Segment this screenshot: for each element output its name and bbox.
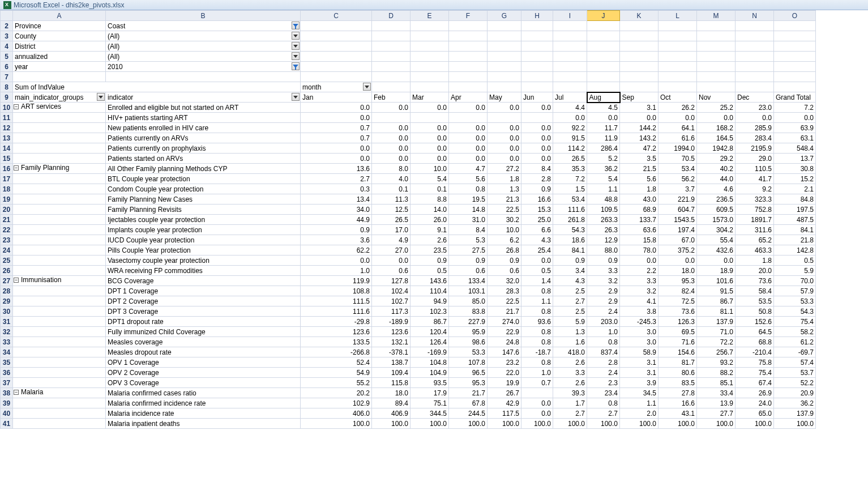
data-cell[interactable]: 7.2 xyxy=(553,174,587,184)
data-cell[interactable]: 19.5 xyxy=(449,194,488,205)
data-cell[interactable]: 0.0 xyxy=(372,154,411,164)
data-cell[interactable]: 244.5 xyxy=(449,408,488,419)
row-header[interactable]: 14 xyxy=(1,143,13,154)
data-cell[interactable]: 67.0 xyxy=(659,235,697,245)
data-cell[interactable]: 64.5 xyxy=(736,327,774,337)
data-cell[interactable]: 25.2 xyxy=(697,103,736,113)
data-cell[interactable]: 75.4 xyxy=(774,317,816,327)
data-cell[interactable]: 75.1 xyxy=(411,398,449,408)
data-cell[interactable]: 34.5 xyxy=(620,388,659,398)
data-cell[interactable]: 1.7 xyxy=(553,398,587,408)
month-header[interactable]: Feb xyxy=(372,92,411,103)
data-cell[interactable]: 48.8 xyxy=(587,194,620,205)
row-header[interactable]: 18 xyxy=(1,184,13,194)
data-cell[interactable]: 23.5 xyxy=(411,245,449,255)
data-cell[interactable]: 0.0 xyxy=(488,123,521,133)
data-cell[interactable]: 12.5 xyxy=(372,205,411,215)
data-cell[interactable]: 31.0 xyxy=(449,215,488,225)
data-cell[interactable]: 3.6 xyxy=(301,235,372,245)
indicator-cell[interactable]: Ijectables couple year protection xyxy=(106,215,301,225)
data-cell[interactable]: 256.7 xyxy=(697,347,736,357)
column-header-I[interactable]: I xyxy=(553,11,587,21)
data-cell[interactable]: 0.0 xyxy=(659,255,697,266)
data-cell[interactable]: 2.4 xyxy=(587,368,620,378)
data-cell[interactable]: 62.2 xyxy=(301,245,372,255)
data-cell[interactable]: 107.8 xyxy=(449,357,488,368)
data-cell[interactable]: 86.7 xyxy=(697,296,736,306)
indicator-cell[interactable]: OPV 1 Coverage xyxy=(106,357,301,368)
column-header-M[interactable]: M xyxy=(697,11,736,21)
data-cell[interactable]: 14.8 xyxy=(449,205,488,215)
data-cell[interactable]: 55.2 xyxy=(301,378,372,388)
data-cell[interactable]: 43.0 xyxy=(620,194,659,205)
data-cell[interactable]: 2.0 xyxy=(620,408,659,419)
data-cell[interactable]: 0.0 xyxy=(521,143,553,154)
data-cell[interactable]: 152.6 xyxy=(736,317,774,327)
month-header[interactable]: Apr xyxy=(449,92,488,103)
pivot-row-field-groups[interactable]: main_indicator_groups xyxy=(13,92,106,103)
data-cell[interactable]: 58.9 xyxy=(620,347,659,357)
data-cell[interactable]: 23.0 xyxy=(736,103,774,113)
data-cell[interactable]: 75.8 xyxy=(736,357,774,368)
data-cell[interactable]: 22.5 xyxy=(488,205,521,215)
data-cell[interactable]: 23.2 xyxy=(488,357,521,368)
data-cell[interactable]: 1.0 xyxy=(521,368,553,378)
data-cell[interactable]: 63.6 xyxy=(620,225,659,235)
data-cell[interactable]: 69.5 xyxy=(659,327,697,337)
indicator-cell[interactable]: Patients started on ARVs xyxy=(106,154,301,164)
data-cell[interactable]: 14.0 xyxy=(411,205,449,215)
data-cell[interactable]: 3.3 xyxy=(553,368,587,378)
data-cell[interactable]: 84.8 xyxy=(774,194,816,205)
row-header[interactable]: 30 xyxy=(1,306,13,317)
data-cell[interactable]: 57.9 xyxy=(774,286,816,296)
data-cell[interactable]: 0.9 xyxy=(553,255,587,266)
collapse-icon[interactable]: − xyxy=(14,165,19,171)
data-cell[interactable]: 137.9 xyxy=(697,317,736,327)
data-cell[interactable]: 28.3 xyxy=(488,286,521,296)
data-cell[interactable]: 133.7 xyxy=(620,215,659,225)
data-cell[interactable]: 4.5 xyxy=(587,103,620,113)
indicator-cell[interactable]: Family Planning New Cases xyxy=(106,194,301,205)
data-cell[interactable]: 2.7 xyxy=(301,174,372,184)
data-cell[interactable]: 111.6 xyxy=(301,306,372,317)
data-cell[interactable]: 236.5 xyxy=(697,194,736,205)
data-cell[interactable]: 24.8 xyxy=(488,337,521,347)
data-cell[interactable]: 53.4 xyxy=(659,164,697,174)
data-cell[interactable]: 102.7 xyxy=(372,296,411,306)
data-cell[interactable]: 13.9 xyxy=(697,398,736,408)
column-header-L[interactable]: L xyxy=(659,11,697,21)
indicator-cell[interactable]: Enrolled and eligible but not started on… xyxy=(106,103,301,113)
data-cell[interactable]: 11.7 xyxy=(587,123,620,133)
data-cell[interactable]: 101.6 xyxy=(697,276,736,286)
data-cell[interactable]: 2.8 xyxy=(587,357,620,368)
dropdown-icon[interactable] xyxy=(292,93,300,101)
data-cell[interactable]: -29.8 xyxy=(301,317,372,327)
data-cell[interactable]: 261.8 xyxy=(553,215,587,225)
data-cell[interactable]: 103.1 xyxy=(449,286,488,296)
data-cell[interactable]: 84.1 xyxy=(774,225,816,235)
month-header[interactable]: Dec xyxy=(736,92,774,103)
data-cell[interactable]: 26.8 xyxy=(488,245,521,255)
data-cell[interactable]: 0.0 xyxy=(521,103,553,113)
data-cell[interactable]: 21.7 xyxy=(449,388,488,398)
data-cell[interactable]: 144.2 xyxy=(620,123,659,133)
filter-dropdown-icon[interactable] xyxy=(292,22,300,29)
column-header-K[interactable]: K xyxy=(620,11,659,21)
data-cell[interactable]: 21.5 xyxy=(620,164,659,174)
data-cell[interactable]: 50.8 xyxy=(736,306,774,317)
data-cell[interactable]: 16.6 xyxy=(659,398,697,408)
data-cell[interactable]: 609.5 xyxy=(697,205,736,215)
data-cell[interactable]: 4.3 xyxy=(553,276,587,286)
data-cell[interactable]: 3.4 xyxy=(553,266,587,276)
data-cell[interactable]: 548.4 xyxy=(774,143,816,154)
data-cell[interactable]: 70.0 xyxy=(774,276,816,286)
data-cell[interactable]: 227.9 xyxy=(449,317,488,327)
row-header[interactable]: 32 xyxy=(1,327,13,337)
row-header[interactable]: 31 xyxy=(1,317,13,327)
data-cell[interactable]: 25.0 xyxy=(521,215,553,225)
spreadsheet-grid[interactable]: ABCDEFGHIJKLMNO2ProvinceCoast3County(All… xyxy=(0,10,816,429)
data-cell[interactable]: 0.0 xyxy=(301,143,372,154)
column-header-F[interactable]: F xyxy=(449,11,488,21)
data-cell[interactable]: 85.1 xyxy=(697,378,736,388)
data-cell[interactable]: 111.6 xyxy=(553,205,587,215)
